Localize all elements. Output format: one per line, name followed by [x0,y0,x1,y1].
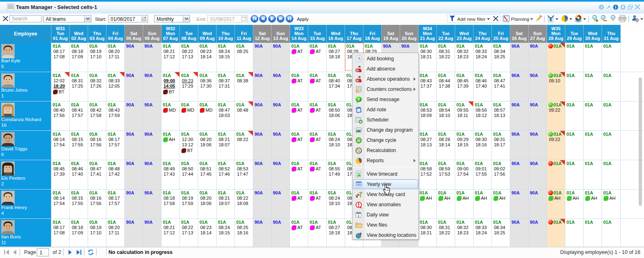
svg-text:1: 1 [358,214,360,218]
svg-text:?: ? [600,5,603,9]
